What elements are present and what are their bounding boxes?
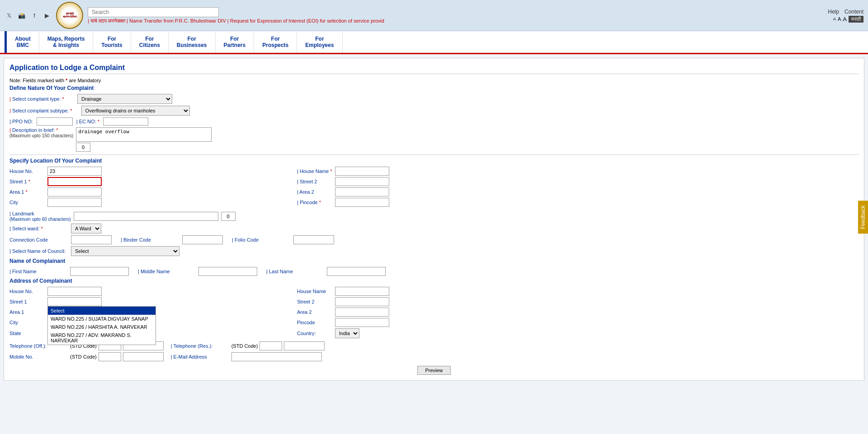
area1-row: Area 1 * area1 (9, 187, 283, 196)
font-small-button[interactable]: A (833, 17, 836, 21)
help-link[interactable]: Help (828, 9, 839, 15)
dropdown-item-227[interactable]: WARD NO.227 / ADV. MAKRAND S. NARVEKAR (48, 331, 156, 345)
comp-country-select[interactable]: India (335, 328, 359, 338)
first-name-input[interactable] (70, 267, 129, 276)
search-input[interactable] (88, 7, 219, 17)
ec-input[interactable] (103, 117, 148, 126)
dropdown-item-226[interactable]: WARD NO.226 / HARSHITA A. NARVEKAR (48, 323, 156, 331)
comp-street2-label: Street 2 (297, 299, 333, 304)
house-no-label: House No. (9, 168, 46, 174)
nav-about-bmc[interactable]: AboutBMC (7, 31, 39, 53)
middle-name-input[interactable] (198, 267, 257, 276)
comp-street1-dropdown-list: Select WARD NO.225 / SUJATA DIGVIJAY SAN… (47, 306, 156, 345)
landmark-label: | Landmark(Maximum upto 60 characters) (9, 211, 71, 222)
ticker-text: | याचे वाटप करणेबाबत | Name Transfer fro… (88, 18, 823, 24)
pincode-input[interactable]: 400078 (335, 198, 389, 207)
select-ward-select[interactable]: A Ward (71, 224, 101, 233)
tel-res-num-input[interactable] (284, 341, 325, 350)
comp-country-label: Country: (297, 331, 333, 336)
house-name-input[interactable]: house name (335, 167, 389, 176)
nav-for-partners-label: ForPartners (224, 36, 246, 48)
section-define-nature: Define Nature Of Your Complaint (9, 85, 859, 91)
comp-pincode-input[interactable] (335, 318, 389, 327)
font-controls: A A A मराठी (833, 16, 863, 23)
last-name-input[interactable] (327, 267, 386, 276)
mobile-std-input[interactable] (99, 352, 121, 361)
help-content-area: Help Content A A A मराठी (828, 9, 863, 23)
city-input[interactable]: MUMBAI (47, 198, 102, 207)
location-col2: | House Name * house name | Street 2 str… (297, 167, 571, 208)
font-large-button[interactable]: A (843, 16, 847, 23)
house-no-input[interactable] (47, 167, 102, 176)
landmark-input[interactable]: landmark (74, 212, 218, 221)
nav-for-prospects[interactable]: ForProspects (254, 31, 297, 53)
main-content: Application to Lodge a Complaint Note: F… (4, 58, 864, 381)
council-select[interactable]: Select (71, 246, 179, 256)
email-input[interactable] (231, 352, 322, 361)
folio-code-label: | Folio Code (232, 237, 291, 243)
mobile-num-input[interactable] (123, 352, 164, 361)
font-medium-button[interactable]: A (838, 16, 841, 22)
complaint-type-select[interactable]: Drainage (77, 94, 172, 104)
comp-addr-col3 (585, 287, 859, 340)
nav-for-businesses[interactable]: ForBusinesses (169, 31, 216, 53)
comp-street1-input[interactable] (47, 297, 102, 306)
street1-input[interactable]: street1 (47, 177, 102, 186)
twitter-icon[interactable]: 𝕏 (5, 11, 14, 20)
folio-code-input[interactable] (293, 235, 334, 244)
binder-code-input[interactable] (182, 235, 223, 244)
street2-row: | Street 2 street2 (297, 177, 571, 186)
tel-res-std-input[interactable] (259, 341, 282, 350)
name-section-title: Name of Complainant (9, 258, 859, 264)
comp-area2-label: Area 2 (297, 309, 333, 315)
feedback-tab[interactable]: Feedback (858, 201, 868, 233)
nav-maps-reports[interactable]: Maps, Reports& Insights (39, 31, 94, 53)
council-label: | Select Name of Council: (9, 248, 68, 254)
comp-pincode-row: Pincode (297, 318, 571, 327)
marathi-button[interactable]: मराठी (849, 16, 863, 23)
nav-for-employees[interactable]: ForEmployees (297, 31, 342, 53)
comp-addr-col1: House No. Street 1 Select WARD NO.225 / … (9, 287, 283, 340)
area1-input[interactable]: area1 (47, 187, 102, 196)
comp-house-no-input[interactable] (47, 287, 102, 296)
comp-street2-input[interactable] (335, 297, 389, 306)
nav-for-partners[interactable]: ForPartners (216, 31, 255, 53)
youtube-icon[interactable]: ▶ (42, 11, 52, 20)
binder-code-label: | Binder Code (121, 237, 179, 243)
pincode-row: | Pincode * 400078 (297, 198, 571, 207)
comp-area2-input[interactable] (335, 308, 389, 317)
complaint-subtype-select[interactable]: Overflowing drains or manholes (81, 106, 190, 116)
instagram-icon[interactable]: 📸 (17, 11, 26, 20)
nav-for-citizens[interactable]: ForCitizens (131, 31, 169, 53)
connection-code-input[interactable] (71, 235, 112, 244)
house-no-row: House No. (9, 167, 283, 176)
preview-button[interactable]: Preview (417, 366, 450, 375)
facebook-icon[interactable]: f (30, 11, 39, 20)
comp-street1-row: Street 1 Select WARD NO.225 / SUJATA DIG… (9, 297, 283, 306)
comp-street1-label: Street 1 (9, 299, 46, 304)
street2-input[interactable]: street2 (335, 177, 389, 186)
preview-btn-container: Preview (9, 366, 859, 375)
description-char-count (76, 143, 90, 152)
social-icons-group: 𝕏 📸 f ▶ (5, 11, 52, 20)
ppo-input[interactable] (37, 117, 73, 126)
dropdown-item-225[interactable]: WARD NO.225 / SUJATA DIGVIJAY SANAP (48, 315, 156, 323)
complaint-subtype-label: | Select complaint subtype: * (9, 108, 72, 113)
email-label: | E-Mail Address (171, 354, 230, 359)
house-name-label: | House Name * (297, 168, 333, 174)
comp-city-label: City (9, 320, 46, 325)
nav-for-tourists-label: ForTourists (101, 36, 122, 48)
area2-input[interactable]: area2 (335, 187, 389, 196)
comp-house-name-input[interactable] (335, 287, 389, 296)
nav-for-employees-label: ForEmployees (305, 36, 334, 48)
nav-for-tourists[interactable]: ForTourists (93, 31, 131, 53)
content-link[interactable]: Content (844, 9, 863, 15)
dropdown-item-select[interactable]: Select (48, 307, 156, 315)
middle-name-label: | Middle Name (138, 269, 197, 274)
comp-area2-row: Area 2 (297, 308, 571, 317)
description-textarea[interactable]: drainage overflow (76, 127, 212, 142)
select-ward-label: | Select ward: * (9, 226, 68, 231)
logo-area: बृहन्मुंबईमहानगरपालिका (56, 2, 83, 29)
comp-house-no-label: House No. (9, 289, 46, 294)
top-bar: 𝕏 📸 f ▶ बृहन्मुंबईमहानगरपालिका | याचे वा… (0, 0, 868, 31)
